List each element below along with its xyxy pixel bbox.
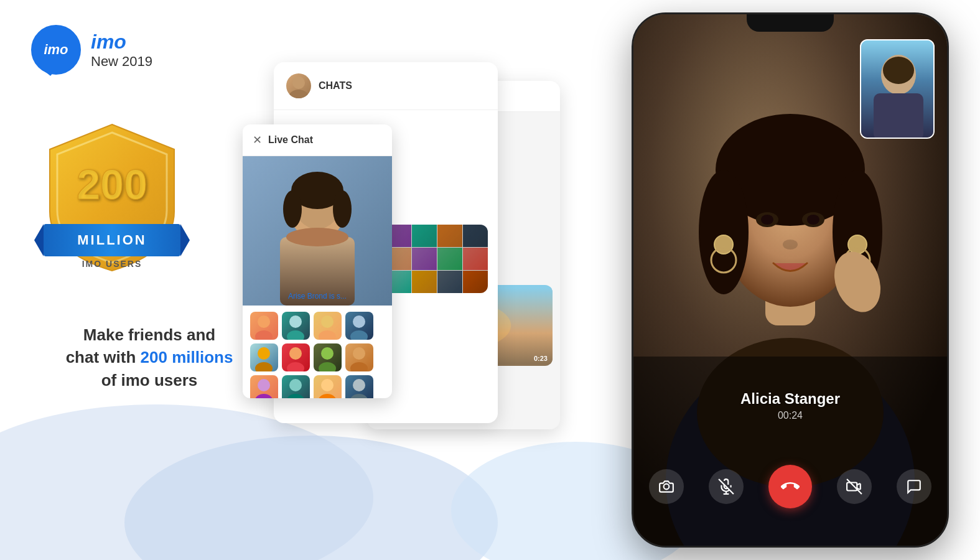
svg-text:MILLION: MILLION (77, 232, 146, 248)
caller-thumbnail (860, 39, 935, 139)
sidebar-title: CHATS (319, 80, 352, 91)
svg-point-30 (287, 330, 304, 340)
svg-marker-3 (180, 224, 190, 256)
caller-thumb-svg (861, 40, 935, 139)
mini-avatar-2[interactable] (282, 312, 310, 340)
live-chat-person-name: Arise Brond is s... (243, 292, 392, 301)
svg-text:200: 200 (77, 161, 147, 208)
svg-point-79 (883, 57, 914, 84)
tagline-highlight: 200 millions (141, 348, 233, 366)
svg-point-31 (321, 315, 334, 328)
tagline-text: Make friends andchat with 200 millionsof… (31, 324, 268, 391)
end-call-button[interactable] (768, 465, 812, 508)
svg-text:IMO USERS: IMO USERS (82, 259, 142, 269)
phone-screen: Alicia Stanger 00:24 (633, 14, 947, 546)
svg-point-44 (255, 394, 273, 398)
phone-notch (747, 14, 834, 32)
svg-point-42 (350, 362, 368, 371)
svg-point-68 (761, 215, 773, 225)
badge-svg: 200 MILLION IMO USERS (31, 115, 193, 277)
svg-point-50 (350, 394, 368, 398)
call-info: Alicia Stanger 00:24 (633, 390, 947, 421)
app-subtitle: New 2019 (91, 54, 152, 70)
mic-off-button[interactable] (709, 469, 744, 504)
svg-point-81 (664, 484, 670, 490)
mini-avatar-12[interactable] (345, 375, 373, 398)
svg-point-64 (699, 170, 749, 294)
mini-avatar-8[interactable] (345, 343, 373, 371)
svg-point-25 (283, 190, 302, 228)
live-chat-person-svg (243, 156, 392, 306)
svg-point-33 (353, 315, 365, 328)
svg-point-39 (321, 347, 334, 360)
svg-point-48 (319, 394, 336, 398)
call-controls (633, 465, 947, 508)
svg-point-26 (333, 190, 352, 228)
svg-point-70 (783, 240, 798, 250)
sidebar-header: CHATS (274, 62, 498, 110)
svg-point-73 (848, 235, 867, 254)
phone-mockup: Alicia Stanger 00:24 (632, 12, 961, 554)
svg-point-46 (287, 394, 304, 398)
logo-text-group: imo New 2019 (91, 30, 152, 70)
svg-point-7 (292, 77, 305, 89)
svg-point-37 (289, 347, 302, 360)
phone-frame: Alicia Stanger 00:24 (632, 12, 949, 548)
svg-point-41 (353, 347, 365, 360)
mini-avatar-11[interactable] (314, 375, 342, 398)
svg-marker-2 (34, 224, 44, 256)
svg-line-85 (847, 479, 862, 494)
svg-rect-76 (633, 357, 947, 546)
logo-inner-text: imo (44, 42, 68, 58)
svg-point-45 (289, 379, 302, 391)
call-duration: 00:24 (633, 410, 947, 421)
video-duration: 0:23 (534, 355, 548, 362)
svg-point-69 (807, 215, 819, 225)
logo-icon: imo (31, 25, 81, 75)
live-chat-close-button[interactable]: ✕ (253, 133, 262, 147)
wave-decor-1 (0, 404, 373, 560)
camera-button[interactable] (649, 469, 684, 504)
svg-point-40 (319, 362, 336, 371)
mini-avatar-7[interactable] (314, 343, 342, 371)
svg-point-34 (350, 330, 368, 340)
tagline-section: Make friends andchat with 200 millionsof… (31, 324, 268, 391)
badge-container: 200 MILLION IMO USERS (31, 115, 193, 277)
app-name: imo (91, 30, 152, 54)
svg-rect-80 (874, 93, 923, 139)
svg-point-29 (289, 315, 302, 328)
live-chat-title: Live Chat (268, 134, 313, 146)
svg-point-23 (286, 228, 348, 246)
mini-avatar-4[interactable] (345, 312, 373, 340)
caller-name: Alicia Stanger (633, 390, 947, 408)
mini-avatar-10[interactable] (282, 375, 310, 398)
svg-point-47 (321, 379, 334, 391)
logo-area: imo imo New 2019 (31, 25, 152, 75)
live-chat-header: ✕ Live Chat (243, 124, 392, 156)
svg-point-38 (287, 362, 304, 371)
video-off-button[interactable] (837, 469, 872, 504)
svg-point-32 (319, 330, 336, 340)
svg-point-8 (289, 90, 309, 98)
mini-avatar-3[interactable] (314, 312, 342, 340)
live-chat-person-image: Arise Brond is s... (243, 156, 392, 306)
sidebar-avatar (286, 73, 311, 98)
svg-point-71 (714, 235, 733, 254)
chat-button[interactable] (897, 469, 931, 504)
svg-point-49 (353, 379, 365, 391)
mini-avatar-6[interactable] (282, 343, 310, 371)
